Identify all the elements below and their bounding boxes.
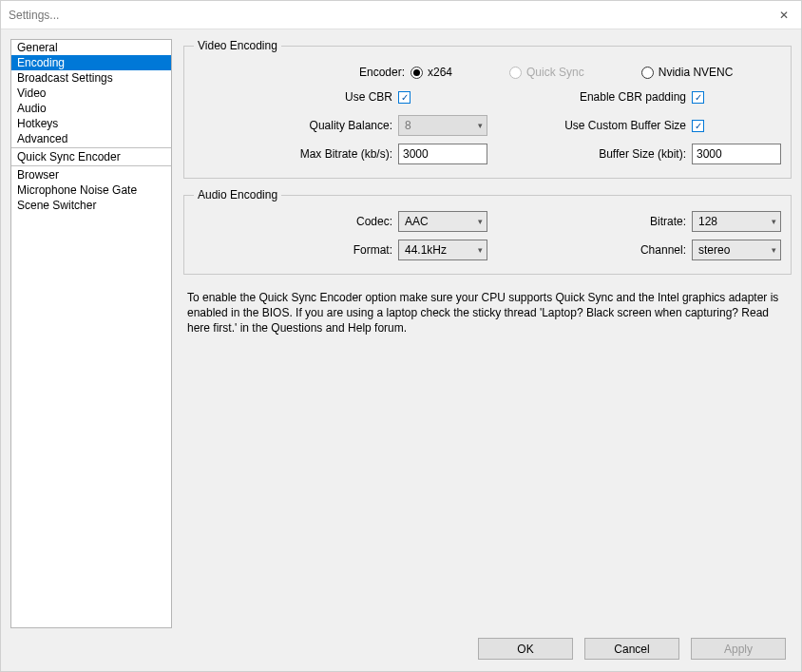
settings-window: Settings... ✕ GeneralEncodingBroadcast S… (0, 0, 802, 672)
sidebar-separator (11, 147, 171, 148)
audio-encoding-group: Audio Encoding Codec: AAC ▾ (183, 188, 792, 275)
radio-icon (641, 67, 654, 79)
buffer-size-input[interactable] (692, 144, 781, 164)
enable-cbr-padding-label: Enable CBR padding (580, 90, 686, 104)
sidebar-item-video[interactable]: Video (11, 86, 171, 101)
help-text: To enable the Quick Sync Encoder option … (183, 290, 792, 336)
use-cbr-label: Use CBR (345, 90, 392, 104)
video-encoding-legend: Video Encoding (194, 39, 281, 52)
radio-icon (509, 67, 522, 79)
chevron-down-icon: ▾ (772, 245, 776, 255)
sidebar-item-encoding[interactable]: Encoding (11, 55, 171, 70)
use-custom-buffer-label: Use Custom Buffer Size (564, 119, 686, 132)
channel-label: Channel: (640, 243, 686, 257)
close-icon[interactable]: ✕ (774, 9, 793, 22)
format-label: Format: (353, 243, 392, 257)
bitrate-label: Bitrate: (650, 215, 686, 228)
chevron-down-icon: ▾ (772, 217, 776, 226)
use-custom-buffer-checkbox[interactable]: ✓ (692, 120, 704, 132)
sidebar-item-audio[interactable]: Audio (11, 101, 171, 116)
chevron-down-icon: ▾ (478, 245, 483, 255)
window-title: Settings... (9, 9, 59, 22)
sidebar-separator (11, 165, 171, 166)
chevron-down-icon: ▾ (478, 217, 483, 226)
sidebar: GeneralEncodingBroadcast SettingsVideoAu… (10, 39, 172, 628)
sidebar-item-microphone-noise-gate[interactable]: Microphone Noise Gate (11, 182, 171, 198)
sidebar-item-quick-sync-encoder[interactable]: Quick Sync Encoder (11, 149, 171, 164)
video-encoding-group: Video Encoding Encoder: x264 Quick Sync (183, 39, 792, 179)
cancel-button[interactable]: Cancel (584, 638, 679, 660)
use-cbr-checkbox[interactable]: ✓ (398, 91, 411, 104)
buffer-size-label: Buffer Size (kbit): (599, 147, 686, 161)
quality-balance-select: 8 ▾ (398, 115, 487, 136)
apply-button: Apply (691, 638, 786, 660)
chevron-down-icon: ▾ (478, 121, 483, 130)
main-panel: Video Encoding Encoder: x264 Quick Sync (183, 39, 792, 628)
enable-cbr-padding-checkbox[interactable]: ✓ (692, 91, 704, 104)
ok-button[interactable]: OK (478, 638, 573, 660)
codec-label: Codec: (356, 215, 392, 228)
sidebar-item-general[interactable]: General (11, 40, 171, 55)
titlebar: Settings... ✕ (1, 1, 801, 29)
max-bitrate-input[interactable] (398, 144, 487, 164)
footer: OK Cancel Apply (1, 628, 801, 671)
quality-balance-label: Quality Balance: (310, 119, 392, 132)
encoder-option-x264[interactable]: x264 (411, 66, 452, 79)
sidebar-item-advanced[interactable]: Advanced (11, 131, 171, 146)
bitrate-select[interactable]: 128 ▾ (692, 211, 781, 232)
encoder-label: Encoder: (359, 66, 405, 79)
channel-select[interactable]: stereo ▾ (692, 240, 781, 260)
radio-icon (411, 67, 423, 79)
audio-encoding-legend: Audio Encoding (194, 188, 281, 202)
sidebar-item-hotkeys[interactable]: Hotkeys (11, 116, 171, 131)
sidebar-item-scene-switcher[interactable]: Scene Switcher (11, 198, 171, 213)
encoder-option-quick-sync: Quick Sync (509, 66, 584, 79)
sidebar-item-broadcast-settings[interactable]: Broadcast Settings (11, 70, 171, 86)
max-bitrate-label: Max Bitrate (kb/s): (300, 147, 392, 161)
format-select[interactable]: 44.1kHz ▾ (398, 240, 487, 260)
codec-select[interactable]: AAC ▾ (398, 211, 487, 232)
sidebar-item-browser[interactable]: Browser (11, 167, 171, 182)
encoder-option-nvenc[interactable]: Nvidia NVENC (641, 66, 734, 79)
